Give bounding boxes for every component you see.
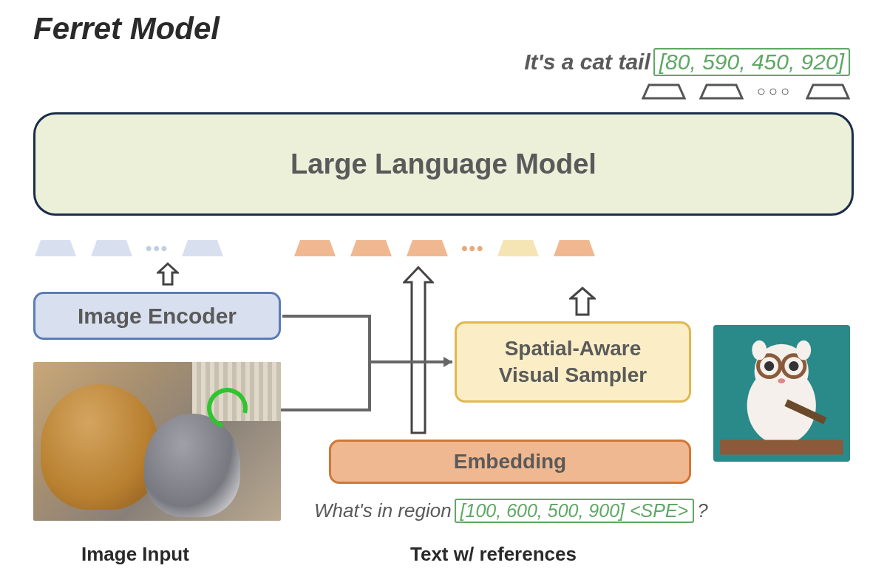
up-arrow-icon: [157, 262, 179, 287]
svg-marker-14: [444, 357, 452, 367]
image-input-label: Image Input: [81, 543, 189, 566]
dog-shape: [41, 384, 159, 510]
svg-marker-11: [158, 264, 177, 284]
svg-marker-0: [643, 85, 684, 98]
output-dots: ○○○: [757, 83, 792, 100]
svg-marker-10: [554, 240, 595, 256]
svg-marker-8: [407, 240, 448, 256]
image-token-dots: •••: [146, 238, 169, 259]
svg-point-19: [764, 361, 774, 371]
svg-marker-7: [350, 240, 392, 256]
output-token-icon: [806, 83, 850, 100]
output-token-icon: [642, 83, 686, 100]
svg-rect-25: [720, 440, 843, 455]
text-token-icon: [405, 239, 449, 258]
text-token-icon: [293, 239, 337, 258]
text-references-label: Text w/ references: [410, 543, 577, 566]
svg-point-20: [789, 361, 798, 371]
svg-marker-9: [497, 240, 539, 256]
input-text-row: What's in region [100, 600, 500, 900] <S…: [314, 499, 708, 523]
svg-marker-4: [91, 240, 132, 256]
image-token-icon: [89, 239, 134, 258]
image-token-icon: [180, 239, 225, 258]
svg-marker-6: [294, 240, 336, 256]
image-encoder-box: Image Encoder: [33, 292, 281, 340]
llm-box: Large Language Model: [33, 112, 854, 216]
svg-marker-12: [571, 288, 594, 315]
up-arrow-icon: [569, 287, 596, 318]
output-token-row: ○○○: [642, 83, 850, 100]
input-prefix: What's in region: [314, 499, 452, 522]
svg-marker-1: [701, 85, 742, 98]
embedding-box: Embedding: [329, 440, 691, 484]
input-image: [33, 362, 281, 521]
image-token-icon: [33, 239, 78, 258]
output-text-row: It's a cat tail [80, 590, 450, 920]: [524, 48, 850, 76]
svg-marker-3: [35, 240, 76, 256]
spatial-sampler-box: Spatial-Aware Visual Sampler: [455, 321, 691, 403]
svg-point-22: [752, 341, 767, 360]
llm-label: Large Language Model: [290, 148, 597, 180]
ferret-mascot-image: [713, 325, 850, 462]
svg-marker-5: [182, 240, 223, 256]
output-coords-box: [80, 590, 450, 920]: [653, 48, 850, 76]
output-prefix: It's a cat tail: [524, 49, 650, 75]
input-coords-box: [100, 600, 500, 900] <SPE>: [455, 499, 695, 523]
output-token-icon: [699, 83, 744, 100]
diagram-title: Ferret Model: [33, 11, 220, 47]
region-token-icon: [496, 239, 540, 258]
svg-point-23: [796, 341, 811, 360]
input-suffix: ?: [697, 499, 707, 522]
cat-shape: [144, 414, 240, 517]
up-arrow-icon: [403, 266, 434, 439]
text-token-icon: [349, 239, 393, 258]
image-encoder-label: Image Encoder: [78, 304, 237, 329]
embedding-label: Embedding: [454, 450, 566, 474]
sampler-label-line1: Spatial-Aware: [505, 335, 642, 362]
svg-point-21: [778, 379, 786, 384]
sampler-label-line2: Visual Sampler: [499, 362, 647, 389]
text-token-icon: [552, 239, 597, 258]
svg-marker-13: [404, 267, 432, 433]
svg-marker-2: [807, 85, 849, 98]
input-token-row: ••• •••: [33, 238, 735, 259]
text-token-dots: •••: [461, 238, 484, 259]
